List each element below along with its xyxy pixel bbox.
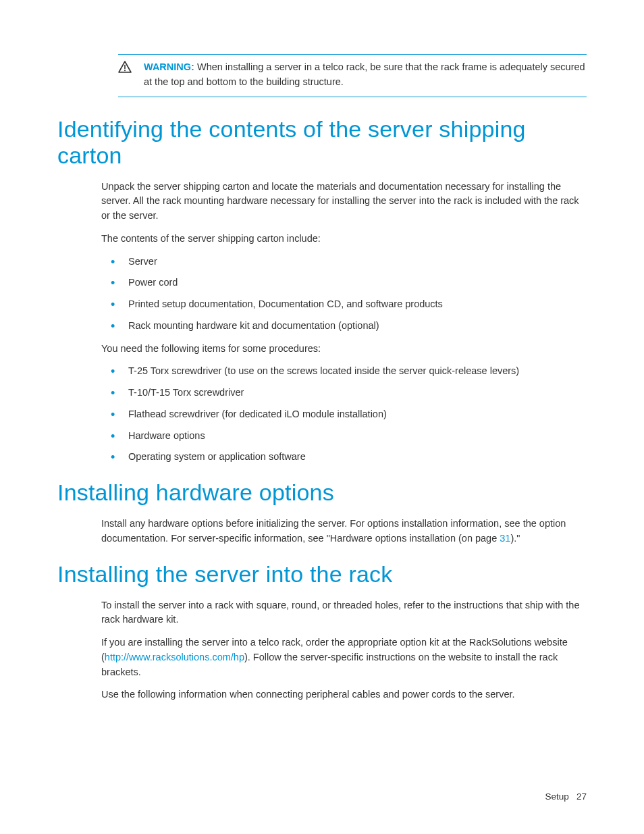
list-item: T-10/T-15 Torx screwdriver: [101, 386, 587, 400]
url-link[interactable]: http://www.racksolutions.com/hp: [105, 652, 244, 662]
footer-section-name: Setup: [545, 791, 568, 802]
list-item: Hardware options: [101, 429, 587, 444]
list-item: Operating system or application software: [101, 450, 587, 465]
paragraph: The contents of the server shipping cart…: [101, 232, 587, 246]
page-footer: Setup 27: [545, 791, 587, 802]
list-item: Rack mounting hardware kit and documenta…: [101, 319, 587, 334]
section-installing-rack: Installing the server into the rack To i…: [57, 561, 587, 703]
heading-identifying-contents: Identifying the contents of the server s…: [57, 116, 587, 169]
svg-point-1: [124, 70, 126, 71]
heading-installing-rack: Installing the server into the rack: [57, 561, 587, 588]
paragraph: Use the following information when conne…: [101, 687, 587, 702]
warning-body: When installing a server in a telco rack…: [144, 61, 585, 87]
paragraph: You need the following items for some pr…: [101, 342, 587, 357]
list-item: Power cord: [101, 276, 587, 290]
contents-list: Server Power cord Printed setup document…: [101, 255, 587, 334]
footer-page-number: 27: [576, 791, 587, 802]
section-identifying-contents: Identifying the contents of the server s…: [57, 116, 587, 465]
warning-icon: [118, 61, 132, 76]
paragraph: To install the server into a rack with s…: [101, 598, 587, 628]
list-item: Server: [101, 255, 587, 269]
list-item: Printed setup documentation, Documentati…: [101, 297, 587, 312]
warning-callout: WARNING: When installing a server in a t…: [118, 54, 587, 97]
list-item: T-25 Torx screwdriver (to use on the scr…: [101, 364, 587, 379]
paragraph: Unpack the server shipping carton and lo…: [101, 180, 587, 224]
section-body: To install the server into a rack with s…: [101, 598, 587, 703]
text-run: ).": [510, 533, 520, 544]
warning-label: WARNING:: [144, 61, 194, 72]
required-items-list: T-25 Torx screwdriver (to use on the scr…: [101, 364, 587, 465]
heading-installing-hardware: Installing hardware options: [57, 479, 587, 506]
page-reference-link[interactable]: 31: [500, 533, 510, 544]
warning-text: WARNING: When installing a server in a t…: [144, 60, 587, 90]
paragraph: Install any hardware options before init…: [101, 517, 587, 546]
section-installing-hardware: Installing hardware options Install any …: [57, 479, 587, 546]
list-item: Flathead screwdriver (for dedicated iLO …: [101, 407, 587, 422]
document-page: WARNING: When installing a server in a t…: [0, 0, 644, 758]
text-run: Install any hardware options before init…: [101, 518, 566, 544]
paragraph: If you are installing the server into a …: [101, 635, 587, 679]
section-body: Install any hardware options before init…: [101, 517, 587, 546]
section-body: Unpack the server shipping carton and lo…: [101, 180, 587, 465]
